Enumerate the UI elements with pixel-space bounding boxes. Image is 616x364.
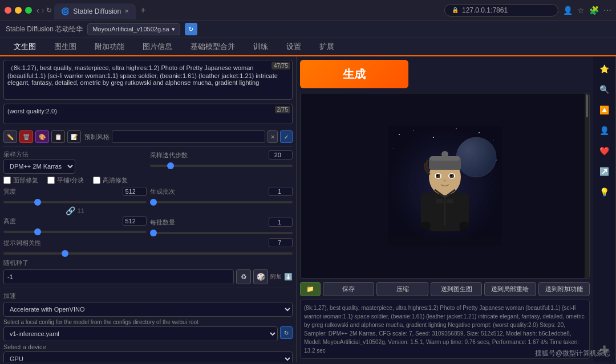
close-dot[interactable] [5,7,11,14]
tab-extensions[interactable]: 扩展 [311,38,342,56]
svg-rect-15 [421,193,430,224]
send-to-extras-button[interactable]: 送到附加功能 [538,282,590,296]
negative-prompt-input[interactable]: (worst quality:2.0) [3,104,293,124]
back-icon[interactable]: ‹ [37,6,39,15]
accel-dropdown[interactable]: Accelerate with OpenVINO [3,302,293,317]
tiling-checkbox[interactable]: 平铺/分块 [47,176,84,185]
tab-img2img[interactable]: 图生图 [46,38,84,56]
svg-point-2 [413,130,414,130]
divider-1 [3,146,293,147]
image-area [300,93,590,279]
style-input[interactable] [112,130,265,143]
right-panel: 生成 [297,56,593,362]
generate-button[interactable]: 生成 [300,60,408,88]
height-input[interactable] [123,216,147,226]
width-input[interactable] [123,187,147,196]
tab-settings[interactable]: 设置 [278,38,309,56]
seed-recycle-button[interactable]: ♻ [236,269,251,284]
svg-point-4 [456,128,457,129]
more-icon[interactable]: ⋯ [603,6,611,15]
minimize-dot[interactable] [15,7,22,14]
height-slider[interactable] [3,231,147,233]
link-icon-row: 🔗 11 [3,206,147,215]
address-bar[interactable]: 🔒 127.0.0.1:7861 [444,4,558,17]
edit-style-icon[interactable]: ✏️ [3,130,17,143]
sidebar-icon-3[interactable]: 🔼 [597,102,613,118]
scroll-thumb [586,95,588,117]
batch-count-label-row: 生成批次 [150,187,293,196]
sidebar-icon-7[interactable]: 💡 [597,184,613,200]
cfg-input[interactable] [269,238,293,247]
style-apply-button[interactable]: ✓ [280,130,293,143]
tab-close-icon[interactable]: ✕ [124,8,129,14]
tab-extras[interactable]: 附加功能 [87,38,132,56]
browser-tab[interactable]: 🌀 Stable Diffusion ✕ [54,3,136,19]
seed-input[interactable] [3,269,234,284]
config-refresh-button[interactable]: ↻ [280,326,293,339]
svg-point-18 [459,222,469,230]
send-to-inpaint-button[interactable]: 送到局部重绘 [484,282,536,296]
sidebar-icon-1[interactable]: ⭐ [597,61,613,77]
seed-dice-button[interactable]: 🎲 [253,269,268,284]
paste-style-button[interactable]: 📝 [67,130,81,143]
save-button[interactable]: 保存 [323,282,374,296]
svg-point-1 [399,134,400,135]
steps-value-input[interactable] [269,150,293,159]
send-to-img2img-button[interactable]: 送到图生图 [431,282,482,296]
sampler-select[interactable]: DPM++ 2M Karras [3,159,75,174]
model-name: MoyouArtificial_v10502g.sa [92,26,169,32]
svg-point-17 [420,222,431,230]
app-header: Stable Diffusion 芯动绘华 MoyouArtificial_v1… [0,21,616,38]
tab-bar: 🌀 Stable Diffusion ✕ + [54,0,440,20]
tab-txt2img[interactable]: 文生图 [6,38,44,56]
tab-train[interactable]: 训练 [245,38,276,56]
positive-prompt-input[interactable]: （8k:1.27), best quality, masterpiece, ul… [3,60,293,100]
star-icon[interactable]: ☆ [577,6,585,15]
model-refresh-button[interactable]: ↻ [185,23,197,35]
sidebar-icon-5[interactable]: ❤️ [597,143,613,159]
sidebar-icon-4[interactable]: 👤 [597,122,613,138]
batch-count-input[interactable] [269,187,293,196]
tab-checkpoint-merger[interactable]: 基础模型合并 [183,38,243,56]
copy-style-button[interactable]: 📋 [51,130,65,143]
batch-size-slider[interactable] [150,232,293,234]
sidebar-icon-6[interactable]: ↗️ [597,163,613,179]
forward-icon[interactable]: › [42,6,44,15]
style-clear-button[interactable]: ✕ [268,130,278,143]
positive-prompt-section: （8k:1.27), best quality, masterpiece, ul… [3,60,293,101]
cfg-slider[interactable] [3,252,293,255]
style-area: ✏️ 🗑️ 🎨 📋 📝 预制风格 ✕ ✓ [3,128,293,143]
face-restore-checkbox[interactable]: 面部修复 [3,176,38,185]
sidebar-icon-2[interactable]: 🔍 [597,81,613,97]
height-label: 高度 [3,217,16,226]
maximize-dot[interactable] [25,7,32,14]
acceleration-section: 加速 Accelerate with OpenVINO Select a loc… [3,292,293,362]
batch-count-slider[interactable] [150,201,293,203]
image-scroll[interactable] [585,93,589,278]
extensions-icon[interactable]: 🧩 [589,6,599,15]
extra-seed-label: 附加 [270,273,282,281]
open-folder-button[interactable]: 📁 [300,282,321,296]
steps-label: 采样迭代步数 [150,151,188,159]
width-label-row: 宽度 [3,187,147,196]
style-label: 预制风格 [84,133,110,141]
tab-png-info[interactable]: 图片信息 [135,38,180,56]
extra-seed-icon[interactable]: ⬇️ [284,273,293,281]
device-select[interactable]: GPU [3,351,293,362]
delete-style-button[interactable]: 🗑️ [19,130,33,143]
hires-fix-checkbox[interactable]: 高清修复 [93,176,128,185]
batch-size-label: 每批数量 [150,218,175,227]
steps-label-row: 采样迭代步数 [150,150,293,159]
profile-icon[interactable]: 👤 [563,6,573,15]
reload-icon[interactable]: ↻ [46,6,52,14]
steps-slider[interactable] [150,165,293,167]
new-tab-icon[interactable]: + [140,5,145,15]
model-selector[interactable]: MoyouArtificial_v10502g.sa ▾ [87,23,180,35]
zip-button[interactable]: 压缩 [376,282,428,296]
width-slider[interactable] [3,201,147,203]
app-title: Stable Diffusion 芯动绘华 [6,24,83,34]
link-icon[interactable]: 🔗 [66,206,75,215]
apply-style-button[interactable]: 🎨 [35,130,49,143]
batch-size-input[interactable] [269,218,293,227]
config-select[interactable]: v1-inference.yaml [3,326,278,341]
